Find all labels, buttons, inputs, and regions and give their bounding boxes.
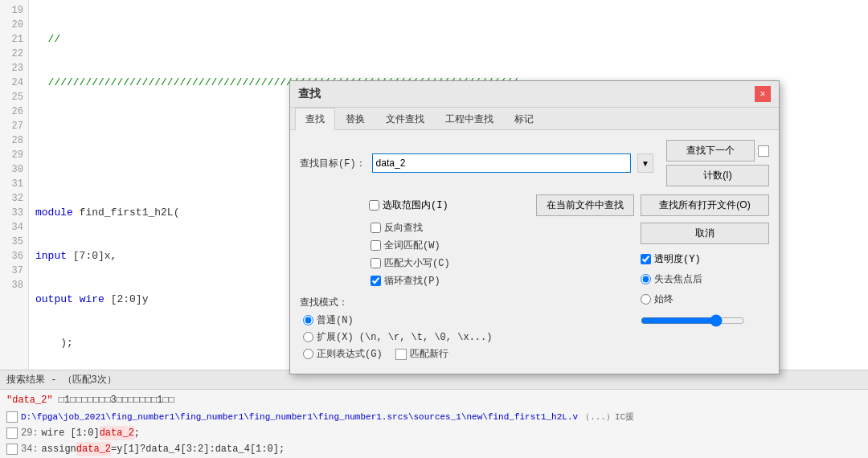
- find-label: 查找目标(F)：: [300, 157, 366, 170]
- wrap-label: 循环查找(P): [384, 274, 440, 288]
- tab-file-find[interactable]: 文件查找: [375, 108, 435, 130]
- match-case-row: 匹配大小写(C): [371, 256, 634, 270]
- match-case-checkbox[interactable]: [371, 258, 381, 268]
- find-in-current-button[interactable]: 在当前文件中查找: [536, 194, 634, 216]
- tab-find[interactable]: 查找: [295, 108, 335, 130]
- mode-extended-radio[interactable]: [303, 332, 313, 342]
- wrap-checkbox[interactable]: [371, 276, 381, 286]
- transparency-slider[interactable]: [641, 314, 745, 327]
- transparency-on-blur-label: 失去焦点后: [654, 272, 702, 286]
- transparency-always-radio[interactable]: [641, 294, 651, 305]
- options-checkboxes: 反向查找 全词匹配(W) 匹配大小写(C) 循环查找(P): [371, 221, 634, 288]
- mode-normal-row: 普通(N): [303, 313, 634, 327]
- match-newline-checkbox[interactable]: [395, 349, 407, 360]
- transparency-row: 透明度(Y): [641, 252, 769, 266]
- search-results-body: "data_2" □1□□□□□□□3□□□□□□□1□□ D:\fpga\jo…: [0, 390, 868, 458]
- transparency-label: 透明度(Y): [654, 252, 701, 266]
- transparency-radio-col: 失去焦点后 始终: [641, 272, 769, 309]
- mode-extended-row: 扩展(X) (\n, \r, \t, \0, \x...): [303, 330, 634, 344]
- mode-regex-radio[interactable]: [303, 349, 313, 359]
- line-numbers: 19 20 21 22 23 24 25 26 27 28 29 30 31 3…: [0, 0, 29, 370]
- match-newline-label: 匹配新行: [410, 347, 448, 361]
- scope-checkbox: 选取范围内(I): [369, 198, 448, 212]
- transparency-on-blur-row: 失去焦点后: [641, 272, 769, 286]
- dialog-right-buttons: 查找下一个 计数(I): [666, 140, 769, 186]
- scope-row: 选取范围内(I) 在当前文件中查找: [300, 194, 634, 216]
- dialog-titlebar: 查找 ×: [290, 81, 779, 108]
- match-case-label: 匹配大小写(C): [384, 256, 450, 270]
- transparency-checkbox[interactable]: [641, 254, 651, 264]
- transparency-on-blur-radio[interactable]: [641, 274, 651, 284]
- mode-regex-label: 正则表达式(G): [317, 347, 383, 361]
- result-summary: "data_2" □1□□□□□□□3□□□□□□□1□□: [3, 391, 865, 409]
- dialog-right-section: 查找所有打开文件(O) 取消 透明度(Y) 失去焦点后: [641, 194, 769, 364]
- find-next-button[interactable]: 查找下一个: [666, 140, 755, 162]
- mode-label: 查找模式：: [300, 296, 634, 309]
- search-results-title: 搜索结果 - （匹配3次）: [6, 373, 117, 386]
- reverse-find-label: 反向查找: [384, 221, 423, 235]
- dialog-left: 选取范围内(I) 在当前文件中查找 反向查找 全词匹配(W): [300, 194, 634, 364]
- reverse-find-row: 反向查找: [371, 221, 634, 235]
- transparency-always-label: 始终: [654, 292, 674, 306]
- find-target-row: 查找目标(F)： ▼ 查找下一个 计数(I): [300, 140, 769, 186]
- find-open-button[interactable]: 查找所有打开文件(O): [641, 194, 769, 216]
- result-item-29: 29: wire [1:0]data_2;: [3, 425, 865, 441]
- transparency-always-row: 始终: [641, 292, 769, 306]
- find-next-checkbox[interactable]: [758, 145, 769, 157]
- scope-label: 选取范围内(I): [383, 198, 448, 212]
- count-button[interactable]: 计数(I): [666, 165, 769, 186]
- find-input[interactable]: [372, 153, 631, 173]
- dialog-close-button[interactable]: ×: [755, 86, 771, 102]
- dialog-main-content: 选取范围内(I) 在当前文件中查找 反向查找 全词匹配(W): [300, 194, 769, 364]
- whole-word-row: 全词匹配(W): [371, 239, 634, 252]
- cancel-button[interactable]: 取消: [641, 223, 769, 244]
- reverse-find-checkbox[interactable]: [371, 223, 381, 233]
- tab-project-find[interactable]: 工程中查找: [435, 108, 504, 130]
- wrap-row: 循环查找(P): [371, 274, 634, 288]
- mode-radios: 普通(N) 扩展(X) (\n, \r, \t, \0, \x...) 正则表达…: [303, 313, 634, 361]
- result-item-34: 34: assign data_2=y[1]?data_4[3:2]:data_…: [3, 441, 865, 457]
- result-path-item: D:\fpga\job_2021\fing_number1\fing_numbe…: [3, 409, 865, 425]
- mode-normal-label: 普通(N): [317, 313, 354, 327]
- whole-word-checkbox[interactable]: [371, 240, 381, 251]
- tab-mark[interactable]: 标记: [504, 108, 544, 130]
- search-results-panel: 搜索结果 - （匹配3次） "data_2" □1□□□□□□□3□□□□□□□…: [0, 370, 868, 458]
- dialog-body: 查找目标(F)： ▼ 查找下一个 计数(I) 选取范围内(I: [290, 130, 779, 374]
- mode-normal-radio[interactable]: [303, 315, 313, 325]
- transparency-section: 透明度(Y) 失去焦点后 始终: [641, 252, 769, 330]
- dialog-tabs: 查找 替换 文件查找 工程中查找 标记: [290, 108, 779, 130]
- result-path: D:\fpga\job_2021\fing_number1\fing_numbe…: [21, 410, 578, 424]
- find-dialog: 查找 × 查找 替换 文件查找 工程中查找 标记 查找目标(F)： ▼ 查找下一…: [289, 80, 780, 374]
- mode-extended-label: 扩展(X) (\n, \r, \t, \0, \x...): [317, 330, 492, 344]
- right-buttons: 查找所有打开文件(O) 取消: [641, 194, 769, 244]
- mode-regex-row: 正则表达式(G) 匹配新行: [303, 347, 634, 361]
- whole-word-label: 全词匹配(W): [384, 239, 440, 252]
- find-dropdown-button[interactable]: ▼: [637, 153, 653, 173]
- dialog-title: 查找: [298, 87, 321, 101]
- tab-replace[interactable]: 替换: [335, 108, 375, 130]
- scope-checkbox-input[interactable]: [369, 200, 379, 211]
- find-mode-section: 查找模式： 普通(N) 扩展(X) (\n, \r, \t, \0, \x...…: [300, 296, 634, 361]
